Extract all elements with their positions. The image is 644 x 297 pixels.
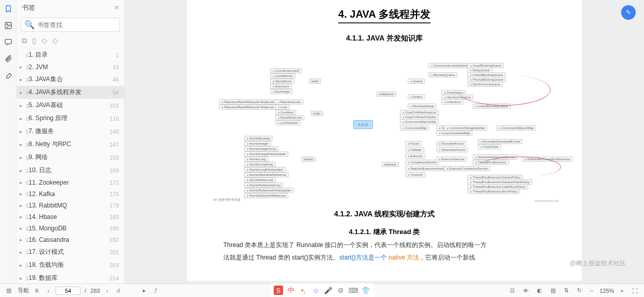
mindmap-node: ConcurrentHashMap bbox=[436, 131, 473, 136]
first-page-button[interactable]: K bbox=[33, 287, 41, 295]
bookmark-item[interactable]: ▸▯ 19. 数据库214 bbox=[17, 272, 124, 283]
mindmap-node: CountDownLatch bbox=[270, 68, 302, 73]
bookmark-item[interactable]: ▸▯ 10. 日志169 bbox=[17, 164, 124, 177]
view-mode-icon[interactable]: ⊡ bbox=[508, 286, 517, 295]
mindmap-node: ScheduledFuture bbox=[436, 147, 468, 152]
bookmark-item[interactable]: ▯ 1. 目录1 bbox=[17, 48, 124, 61]
bookmark-item[interactable]: ▸▯ 15. MongoDB190 bbox=[17, 223, 124, 234]
bookmark-search[interactable]: 🔍 bbox=[21, 18, 120, 32]
mindmap-node: AtomicReferenceArray bbox=[244, 183, 283, 188]
bookmark-item[interactable]: ▸▯ 7. 微服务140 bbox=[17, 125, 124, 138]
page-number-input[interactable] bbox=[56, 287, 81, 295]
mindmap-node: LinkedList bbox=[441, 99, 463, 105]
bookmark-item[interactable]: ▸▯ 8. Netty 与RPC147 bbox=[17, 138, 124, 151]
document-viewport[interactable]: 4. JAVA 多线程并发 4.1.1. JAVA 并发知识库 J.U.Ctoo… bbox=[125, 0, 644, 283]
last-page-button[interactable]: ›I bbox=[114, 287, 122, 295]
bookmark-item[interactable]: ▸▯ 12. Kafka175 bbox=[17, 188, 124, 200]
fullscreen-icon[interactable]: ⛶ bbox=[630, 287, 640, 295]
bookmark-item[interactable]: ▸▯ 13. RabbitMQ179 bbox=[17, 200, 124, 211]
sidebar-title: 书签 bbox=[22, 3, 35, 12]
tray-skin-icon[interactable]: 👕 bbox=[361, 286, 370, 295]
system-tray: S 中 •, ☺ 🎤 ⚙ ⌨ 👕 bbox=[271, 283, 373, 297]
mindmap-node: AtomicLongArray bbox=[244, 162, 276, 167]
tray-mic-icon[interactable]: 🎤 bbox=[324, 286, 333, 295]
mindmap-node: CompletionService bbox=[405, 160, 439, 165]
tray-punct-icon[interactable]: •, bbox=[299, 286, 308, 295]
mindmap-node: AtomicReferenceFieldUpdater bbox=[244, 188, 293, 193]
mindmap-node: J.U.C bbox=[353, 120, 373, 129]
bookmark-item[interactable]: ▸▯ 6. Spring 原理116 bbox=[17, 112, 124, 125]
next-page-button[interactable]: › bbox=[104, 287, 110, 295]
mindmap-node: Condition bbox=[275, 110, 296, 115]
mindmap-node: Future bbox=[405, 141, 422, 146]
watermark-text: @稀土掘金技术社区 bbox=[570, 259, 626, 268]
doc-heading-3: 4.1.2.1. 继承 Thread 类 bbox=[208, 227, 561, 237]
tool-collapse-icon[interactable]: ⧉ bbox=[22, 36, 27, 45]
play-button[interactable]: ▸ bbox=[141, 286, 148, 295]
tray-gear-icon[interactable]: ⚙ bbox=[336, 286, 345, 295]
search-icon: 🔍 bbox=[24, 20, 35, 30]
scroll-icon[interactable]: ⇅ bbox=[562, 286, 571, 295]
mindmap-node: AtomicMarkableReference bbox=[244, 172, 289, 177]
prev-page-button[interactable]: ‹ bbox=[45, 287, 51, 295]
bookmark-item[interactable]: ▸▯ 5. JAVA基础101 bbox=[17, 99, 124, 112]
mindmap-node: BlockingQueue bbox=[428, 72, 458, 78]
mindmap-node: Deque bbox=[408, 94, 425, 99]
rotate-icon[interactable]: ↻ bbox=[575, 286, 584, 295]
bookmark-item[interactable]: ▸▯ 17. 设计模式201 bbox=[17, 246, 124, 259]
nav-toggle-icon[interactable]: ▥ bbox=[4, 286, 14, 295]
mindmap-node: AtomicReference bbox=[244, 177, 276, 183]
float-action-button[interactable]: ✎ bbox=[621, 5, 636, 20]
nav-label[interactable]: 导航 bbox=[18, 287, 29, 294]
mindmap-node: BlockingDeque bbox=[408, 104, 436, 109]
bookmark-item[interactable]: ▸▯ 14. Hbase183 bbox=[17, 211, 124, 223]
doc-heading-2a: 4.1.1. JAVA 并发知识库 bbox=[208, 34, 561, 43]
bookmark-item[interactable]: ▸▯ 16. Cassandra192 bbox=[17, 234, 124, 246]
mindmap-node: FutureTask bbox=[478, 144, 501, 149]
tool-bookmark-icon[interactable]: ◇ bbox=[42, 36, 47, 45]
mindmap-node: tools bbox=[309, 79, 321, 84]
mindmap-node: collections bbox=[377, 92, 396, 97]
mindmap-node: AtomicInteger bbox=[244, 141, 271, 146]
bookmark-item[interactable]: ▸▯ 11. Zookeeper171 bbox=[17, 177, 124, 188]
bookmark-icon[interactable] bbox=[4, 4, 13, 14]
mindmap-node: locks bbox=[311, 111, 323, 116]
search-input[interactable] bbox=[37, 21, 116, 29]
tool-page-icon[interactable]: ▯ bbox=[32, 36, 36, 45]
edit-icon[interactable] bbox=[4, 71, 13, 80]
bookmark-item[interactable]: ▸▯ 9. 网络159 bbox=[17, 151, 124, 164]
tray-ime-icon[interactable]: S bbox=[274, 286, 283, 295]
mindmap-node: ReadWriteLock bbox=[275, 115, 304, 120]
mindmap-node: ReentrantReadWriteLock.ReadLock bbox=[219, 99, 277, 105]
image-icon[interactable] bbox=[4, 21, 13, 30]
mindmap-node: Executors bbox=[270, 84, 292, 89]
close-sidebar-button[interactable]: × bbox=[114, 3, 119, 12]
tray-lang-icon[interactable]: 中 bbox=[286, 286, 296, 295]
zoom-in-button[interactable]: + bbox=[619, 287, 626, 295]
tray-keyboard-icon[interactable]: ⌨ bbox=[348, 286, 358, 295]
mindmap-node: aotmic bbox=[301, 157, 316, 162]
mindmap-node: LockSupport bbox=[275, 120, 301, 125]
doc-heading-2b: 4.1.2. JAVA 线程实现/创建方式 bbox=[208, 210, 561, 219]
mindmap-node: Semaphore bbox=[270, 79, 294, 84]
contrast-icon[interactable]: ◐ bbox=[535, 286, 544, 295]
exit-button[interactable]: ⤴ bbox=[152, 287, 159, 295]
bookmark-item[interactable]: ▸▯ 2. JVM19 bbox=[17, 61, 124, 73]
mindmap-node: ConcurrentSkipListSet bbox=[400, 119, 439, 124]
bookmark-item[interactable]: ▸▯ 3. JAVA集合45 bbox=[17, 73, 124, 86]
tool-ribbon-icon[interactable]: ◇ bbox=[52, 36, 58, 45]
zoom-out-button[interactable]: − bbox=[588, 287, 595, 295]
mindmap-node: executor bbox=[382, 162, 399, 167]
mindmap-node: Callable bbox=[405, 147, 424, 152]
mindmap-node: AtomicLongFieldupdater bbox=[244, 167, 286, 172]
eye-icon[interactable]: 👁 bbox=[521, 287, 531, 295]
left-iconbar bbox=[0, 0, 17, 283]
bookmark-item[interactable]: ▸▯ 18. 负载均衡203 bbox=[17, 259, 124, 272]
layout-icon[interactable]: ▥ bbox=[548, 286, 558, 295]
sidebar-toolbar: ⧉ ▯ ◇ ◇ bbox=[17, 34, 124, 48]
doc-paragraph-1b: 法就是通过 Thread 类的 start()实例方法。start()方法是一个… bbox=[223, 252, 545, 263]
tray-emoji-icon[interactable]: ☺ bbox=[311, 286, 320, 295]
bookmark-item[interactable]: ▸▯ 4. JAVA多线程并发54 bbox=[17, 86, 124, 99]
comment-icon[interactable] bbox=[4, 37, 13, 47]
attachment-icon[interactable] bbox=[4, 54, 13, 63]
